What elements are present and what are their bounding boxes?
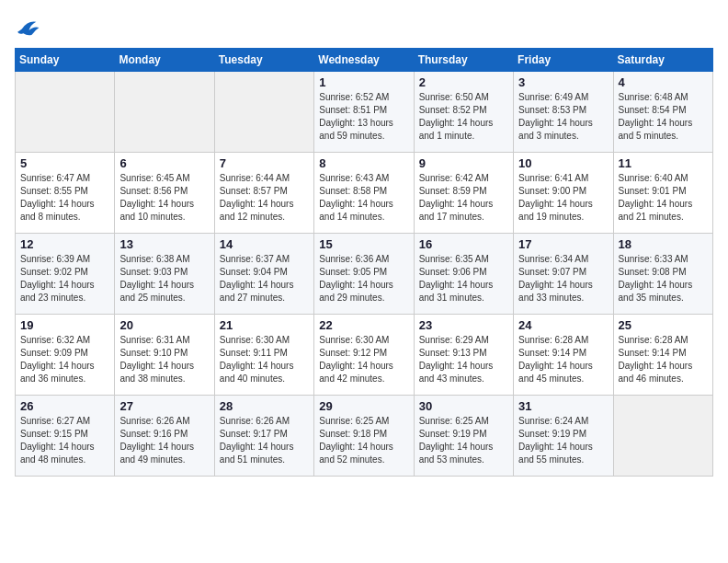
day-cell: 24Sunrise: 6:28 AMSunset: 9:14 PMDayligh… (514, 315, 613, 396)
day-number: 13 (119, 237, 209, 251)
day-cell: 26Sunrise: 6:27 AMSunset: 9:15 PMDayligh… (16, 396, 115, 477)
day-detail: Sunrise: 6:30 AMSunset: 9:11 PMDaylight:… (220, 334, 309, 385)
day-number: 25 (619, 318, 708, 332)
day-detail: Sunrise: 6:42 AMSunset: 8:59 PMDaylight:… (419, 172, 508, 224)
col-header-sunday: Sunday (16, 49, 115, 72)
day-cell (613, 396, 712, 477)
day-number: 8 (319, 156, 408, 170)
day-cell: 7Sunrise: 6:44 AMSunset: 8:57 PMDaylight… (214, 153, 313, 234)
day-cell: 3Sunrise: 6:49 AMSunset: 8:53 PMDaylight… (514, 72, 613, 153)
day-detail: Sunrise: 6:25 AMSunset: 9:18 PMDaylight:… (319, 415, 408, 466)
day-cell: 27Sunrise: 6:26 AMSunset: 9:16 PMDayligh… (115, 396, 214, 477)
col-header-monday: Monday (115, 49, 214, 72)
day-number: 2 (419, 75, 508, 89)
day-cell: 11Sunrise: 6:40 AMSunset: 9:01 PMDayligh… (613, 153, 712, 234)
day-detail: Sunrise: 6:30 AMSunset: 9:12 PMDaylight:… (319, 334, 408, 385)
week-row-5: 26Sunrise: 6:27 AMSunset: 9:15 PMDayligh… (16, 396, 713, 477)
day-cell: 19Sunrise: 6:32 AMSunset: 9:09 PMDayligh… (16, 315, 115, 396)
day-number: 1 (319, 75, 408, 89)
logo-icon (15, 15, 40, 40)
day-detail: Sunrise: 6:28 AMSunset: 9:14 PMDaylight:… (518, 334, 608, 385)
day-cell: 4Sunrise: 6:48 AMSunset: 8:54 PMDaylight… (613, 72, 712, 153)
day-cell: 15Sunrise: 6:36 AMSunset: 9:05 PMDayligh… (314, 234, 414, 315)
day-number: 14 (220, 237, 309, 251)
day-number: 19 (20, 318, 109, 332)
day-number: 4 (619, 75, 708, 89)
day-number: 10 (518, 156, 608, 170)
day-detail: Sunrise: 6:26 AMSunset: 9:16 PMDaylight:… (119, 415, 209, 466)
header-row: SundayMondayTuesdayWednesdayThursdayFrid… (16, 49, 713, 72)
logo (15, 15, 44, 40)
day-cell (16, 72, 115, 153)
day-cell: 21Sunrise: 6:30 AMSunset: 9:11 PMDayligh… (214, 315, 313, 396)
day-cell: 23Sunrise: 6:29 AMSunset: 9:13 PMDayligh… (414, 315, 513, 396)
week-row-3: 12Sunrise: 6:39 AMSunset: 9:02 PMDayligh… (16, 234, 713, 315)
day-detail: Sunrise: 6:48 AMSunset: 8:54 PMDaylight:… (619, 91, 708, 143)
day-number: 7 (220, 156, 309, 170)
day-detail: Sunrise: 6:40 AMSunset: 9:01 PMDaylight:… (619, 172, 708, 224)
day-number: 11 (619, 156, 708, 170)
day-detail: Sunrise: 6:52 AMSunset: 8:51 PMDaylight:… (319, 91, 408, 143)
day-detail: Sunrise: 6:47 AMSunset: 8:55 PMDaylight:… (20, 172, 109, 224)
day-number: 28 (220, 399, 309, 413)
day-detail: Sunrise: 6:37 AMSunset: 9:04 PMDaylight:… (220, 253, 309, 304)
day-number: 24 (518, 318, 608, 332)
day-detail: Sunrise: 6:45 AMSunset: 8:56 PMDaylight:… (119, 172, 209, 224)
day-number: 31 (518, 399, 608, 413)
day-cell: 17Sunrise: 6:34 AMSunset: 9:07 PMDayligh… (514, 234, 613, 315)
week-row-4: 19Sunrise: 6:32 AMSunset: 9:09 PMDayligh… (16, 315, 713, 396)
day-cell: 1Sunrise: 6:52 AMSunset: 8:51 PMDaylight… (314, 72, 414, 153)
day-cell: 6Sunrise: 6:45 AMSunset: 8:56 PMDaylight… (115, 153, 214, 234)
day-number: 16 (419, 237, 508, 251)
day-cell (214, 72, 313, 153)
col-header-tuesday: Tuesday (214, 49, 313, 72)
day-detail: Sunrise: 6:34 AMSunset: 9:07 PMDaylight:… (518, 253, 608, 304)
day-detail: Sunrise: 6:43 AMSunset: 8:58 PMDaylight:… (319, 172, 408, 224)
col-header-thursday: Thursday (414, 49, 513, 72)
day-detail: Sunrise: 6:32 AMSunset: 9:09 PMDaylight:… (20, 334, 109, 385)
day-number: 30 (419, 399, 508, 413)
page-header (15, 15, 713, 40)
day-number: 18 (619, 237, 708, 251)
col-header-wednesday: Wednesday (314, 49, 414, 72)
week-row-2: 5Sunrise: 6:47 AMSunset: 8:55 PMDaylight… (16, 153, 713, 234)
day-number: 26 (20, 399, 109, 413)
day-detail: Sunrise: 6:44 AMSunset: 8:57 PMDaylight:… (220, 172, 309, 224)
day-cell: 29Sunrise: 6:25 AMSunset: 9:18 PMDayligh… (314, 396, 414, 477)
day-cell: 8Sunrise: 6:43 AMSunset: 8:58 PMDaylight… (314, 153, 414, 234)
day-number: 5 (20, 156, 109, 170)
day-cell: 31Sunrise: 6:24 AMSunset: 9:19 PMDayligh… (514, 396, 613, 477)
day-cell: 10Sunrise: 6:41 AMSunset: 9:00 PMDayligh… (514, 153, 613, 234)
day-detail: Sunrise: 6:28 AMSunset: 9:14 PMDaylight:… (619, 334, 708, 385)
day-detail: Sunrise: 6:33 AMSunset: 9:08 PMDaylight:… (619, 253, 708, 304)
day-detail: Sunrise: 6:31 AMSunset: 9:10 PMDaylight:… (119, 334, 209, 385)
day-number: 27 (119, 399, 209, 413)
day-cell: 9Sunrise: 6:42 AMSunset: 8:59 PMDaylight… (414, 153, 513, 234)
day-detail: Sunrise: 6:29 AMSunset: 9:13 PMDaylight:… (419, 334, 508, 385)
day-number: 20 (119, 318, 209, 332)
day-number: 9 (419, 156, 508, 170)
day-number: 15 (319, 237, 408, 251)
calendar-table: SundayMondayTuesdayWednesdayThursdayFrid… (15, 48, 713, 477)
day-number: 22 (319, 318, 408, 332)
day-cell: 13Sunrise: 6:38 AMSunset: 9:03 PMDayligh… (115, 234, 214, 315)
day-number: 23 (419, 318, 508, 332)
day-number: 29 (319, 399, 408, 413)
day-cell: 16Sunrise: 6:35 AMSunset: 9:06 PMDayligh… (414, 234, 513, 315)
day-cell (115, 72, 214, 153)
day-number: 12 (20, 237, 109, 251)
day-number: 21 (220, 318, 309, 332)
day-detail: Sunrise: 6:36 AMSunset: 9:05 PMDaylight:… (319, 253, 408, 304)
day-detail: Sunrise: 6:39 AMSunset: 9:02 PMDaylight:… (20, 253, 109, 304)
day-detail: Sunrise: 6:27 AMSunset: 9:15 PMDaylight:… (20, 415, 109, 466)
day-number: 3 (518, 75, 608, 89)
day-detail: Sunrise: 6:35 AMSunset: 9:06 PMDaylight:… (419, 253, 508, 304)
col-header-friday: Friday (514, 49, 613, 72)
week-row-1: 1Sunrise: 6:52 AMSunset: 8:51 PMDaylight… (16, 72, 713, 153)
day-cell: 2Sunrise: 6:50 AMSunset: 8:52 PMDaylight… (414, 72, 513, 153)
day-cell: 5Sunrise: 6:47 AMSunset: 8:55 PMDaylight… (16, 153, 115, 234)
day-detail: Sunrise: 6:26 AMSunset: 9:17 PMDaylight:… (220, 415, 309, 466)
day-cell: 12Sunrise: 6:39 AMSunset: 9:02 PMDayligh… (16, 234, 115, 315)
day-detail: Sunrise: 6:49 AMSunset: 8:53 PMDaylight:… (518, 91, 608, 143)
day-cell: 22Sunrise: 6:30 AMSunset: 9:12 PMDayligh… (314, 315, 414, 396)
